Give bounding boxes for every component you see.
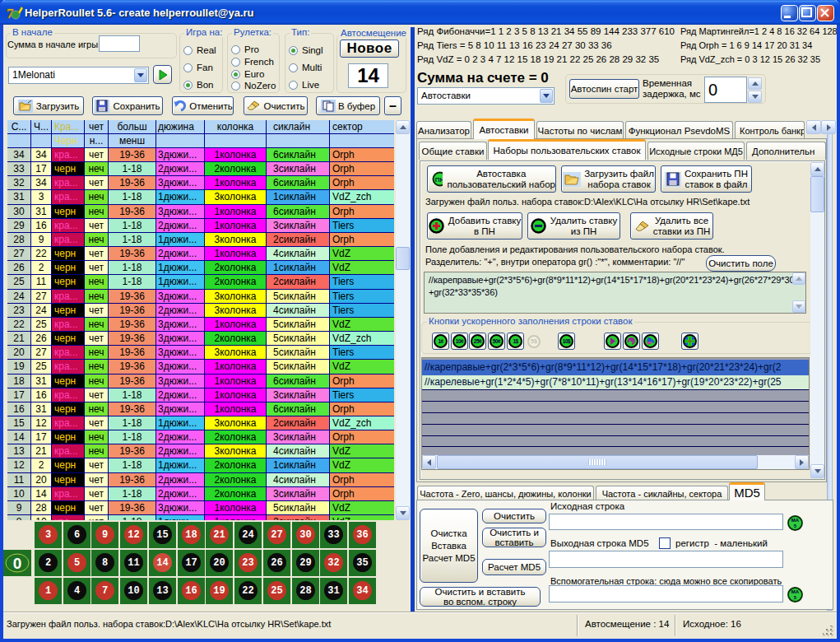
svg-text:ПН: ПН xyxy=(435,176,443,184)
svg-text:МА: МА xyxy=(791,518,800,523)
svg-text:МА: МА xyxy=(791,589,800,594)
svg-text:0: 0 xyxy=(13,555,22,572)
svg-text:7: 7 xyxy=(7,6,14,21)
